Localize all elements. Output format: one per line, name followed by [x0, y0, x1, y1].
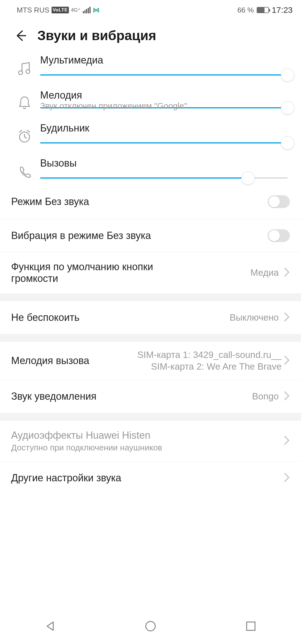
call-ringtone-sim2: SIM-карта 2: We Are The Brave — [151, 361, 281, 372]
calls-volume-row: Вызовы — [11, 157, 288, 181]
call-ringtone-label: Мелодия вызова — [11, 355, 137, 367]
circle-home-icon — [145, 620, 156, 632]
navigation-bar — [0, 608, 301, 644]
volte-badge: VoLTE — [52, 7, 69, 13]
vibrate-silent-switch[interactable] — [268, 229, 290, 242]
square-recent-icon — [246, 621, 256, 631]
status-bar: MTS RUS VoLTE 4G⁺ ⋈ 66 % 17:23 — [0, 0, 301, 20]
ringtone-volume-label: Мелодия — [40, 89, 288, 101]
chevron-right-icon — [284, 472, 290, 484]
notification-sound-label: Звук уведомления — [11, 391, 252, 402]
nav-recent-button[interactable] — [243, 619, 258, 634]
link-icon: ⋈ — [93, 6, 99, 14]
section-divider — [0, 413, 301, 421]
ringtone-muted-hint: Звук отключен приложением "Google" — [40, 101, 187, 111]
phone-icon — [11, 165, 38, 178]
arrow-left-icon — [14, 29, 27, 42]
notification-sound-value: Bongo — [252, 391, 279, 402]
silent-mode-row[interactable]: Режим Без звука — [0, 186, 301, 219]
chevron-right-icon — [284, 435, 290, 447]
calls-volume-label: Вызовы — [40, 157, 288, 169]
media-volume-row: Мультимедиа — [11, 54, 288, 78]
vibrate-silent-row[interactable]: Вибрация в режиме Без звука — [0, 219, 301, 252]
nav-back-button[interactable] — [43, 619, 58, 634]
dnd-row[interactable]: Не беспокоить Выключено — [0, 301, 301, 334]
signal-icon — [83, 7, 91, 13]
network-type: 4G⁺ — [71, 8, 81, 13]
media-volume-label: Мультимедиа — [40, 54, 288, 66]
volume-sliders: Мультимедиа Мелодия Звук отключен прилож… — [0, 54, 301, 181]
settings-group-1: Режим Без звука Вибрация в режиме Без зв… — [0, 186, 301, 293]
chevron-right-icon — [284, 355, 290, 366]
silent-mode-switch[interactable] — [268, 195, 290, 208]
triangle-back-icon — [44, 620, 56, 632]
dnd-label: Не беспокоить — [11, 312, 230, 323]
clock-text: 17:23 — [272, 5, 293, 15]
other-sounds-row[interactable]: Другие настройки звука — [0, 462, 301, 494]
call-ringtone-row[interactable]: Мелодия вызова SIM-карта 1: 3429_call-so… — [0, 342, 301, 380]
notification-sound-row[interactable]: Звук уведомления Bongo — [0, 380, 301, 413]
music-note-icon — [11, 61, 38, 76]
volume-key-function-label: Функция по умолчанию кнопки громкости — [11, 261, 173, 284]
alarm-volume-slider[interactable] — [40, 142, 288, 143]
histen-row[interactable]: Аудиоэффекты Huawei Histen Доступно при … — [0, 421, 301, 462]
alarm-volume-label: Будильник — [40, 122, 288, 134]
calls-volume-slider[interactable] — [40, 177, 288, 179]
section-divider — [0, 334, 301, 342]
section-divider — [0, 293, 301, 301]
chevron-right-icon — [284, 267, 290, 278]
svg-point-1 — [26, 70, 30, 74]
carrier-text: MTS RUS — [17, 6, 49, 14]
bell-icon — [11, 95, 38, 110]
histen-sub: Доступно при подключении наушников — [11, 443, 162, 452]
svg-point-0 — [19, 71, 23, 75]
page-header: Звуки и вибрация — [0, 20, 301, 54]
dnd-value: Выключено — [230, 312, 279, 323]
svg-point-3 — [146, 621, 155, 631]
ringtone-volume-row: Мелодия Звук отключен приложением "Googl… — [11, 89, 288, 111]
volume-key-function-row[interactable]: Функция по умолчанию кнопки громкости Ме… — [0, 252, 301, 293]
call-ringtone-sim1: SIM-карта 1: 3429_call-sound.ru__ — [137, 350, 281, 360]
battery-icon — [257, 7, 269, 13]
page-title: Звуки и вибрация — [37, 28, 156, 43]
nav-home-button[interactable] — [143, 619, 158, 634]
volume-key-function-value: Медиа — [250, 267, 279, 278]
alarm-clock-icon — [11, 129, 38, 144]
histen-label: Аудиоэффекты Huawei Histen — [11, 430, 162, 441]
chevron-right-icon — [284, 312, 290, 323]
alarm-volume-row: Будильник — [11, 122, 288, 146]
battery-percent: 66 % — [237, 6, 254, 14]
svg-rect-4 — [247, 622, 255, 630]
chevron-right-icon — [284, 391, 290, 402]
back-button[interactable] — [13, 28, 28, 43]
media-volume-slider[interactable] — [40, 74, 288, 75]
vibrate-silent-label: Вибрация в режиме Без звука — [11, 230, 268, 242]
other-sounds-label: Другие настройки звука — [11, 472, 284, 484]
silent-mode-label: Режим Без звука — [11, 196, 268, 208]
